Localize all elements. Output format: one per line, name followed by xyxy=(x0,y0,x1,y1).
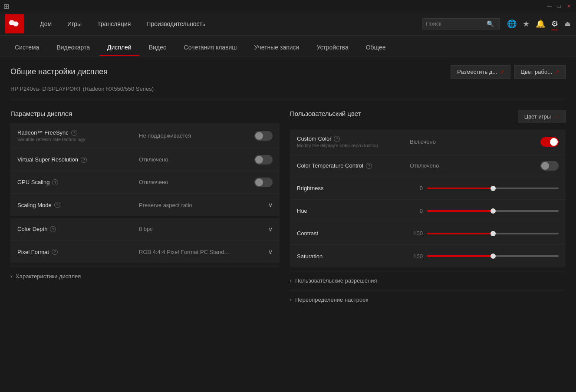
contrast-thumb[interactable] xyxy=(490,231,496,236)
scaling-mode-row: Scaling Mode ? Preserve aspect ratio ∨ xyxy=(10,194,280,216)
gpu-scaling-toggle[interactable] xyxy=(254,178,273,187)
color-temp-value: Отключено xyxy=(410,162,540,169)
exit-icon[interactable]: ⏏ xyxy=(564,20,571,28)
gpu-scaling-label: GPU Scaling xyxy=(17,179,49,185)
override-label: Переопределение настроек xyxy=(295,296,368,303)
freesync-value: Не поддерживается xyxy=(139,132,254,139)
nav-home[interactable]: Дом xyxy=(33,17,59,31)
globe-icon[interactable]: 🌐 xyxy=(507,19,517,29)
color-temp-help-icon[interactable]: ? xyxy=(366,163,372,169)
scaling-mode-label: Scaling Mode xyxy=(17,202,52,208)
game-color-button[interactable]: Цвет игры → xyxy=(518,110,566,123)
scaling-mode-dropdown[interactable]: ∨ xyxy=(268,201,273,208)
minimize-button[interactable]: — xyxy=(546,2,553,10)
saturation-slider[interactable] xyxy=(427,255,559,257)
gpu-scaling-row: GPU Scaling ? Отключено xyxy=(10,171,280,194)
contrast-slider[interactable] xyxy=(427,233,559,234)
tab-accounts[interactable]: Учетные записи xyxy=(247,40,307,56)
contrast-fill-right xyxy=(493,233,559,234)
custom-color-help-icon[interactable]: ? xyxy=(334,136,340,142)
hue-label: Hue xyxy=(297,208,307,214)
contrast-row: Contrast 100 xyxy=(290,222,566,245)
tab-system[interactable]: Система xyxy=(7,40,47,56)
main-content: Общие настройки дисплея Разместить д... … xyxy=(0,56,576,392)
arrange-label: Разместить д... xyxy=(457,69,497,75)
left-section-title: Параметры дисплея xyxy=(10,110,280,117)
tab-video[interactable]: Видео xyxy=(141,40,174,56)
maximize-button[interactable]: □ xyxy=(555,2,563,10)
freesync-help-icon[interactable]: ? xyxy=(71,130,77,136)
saturation-value: 100 xyxy=(410,253,423,260)
brightness-row: Brightness 0 xyxy=(290,177,566,200)
vsr-help-icon[interactable]: ? xyxy=(81,157,87,163)
tab-gpu[interactable]: Видеокарта xyxy=(49,40,98,56)
brightness-slider[interactable] xyxy=(427,188,559,189)
vsr-row: Virtual Super Resolution ? Отключено xyxy=(10,148,280,171)
header-buttons: Разместить д... ↗ Цвет рабо... ↗ xyxy=(451,65,566,79)
gpu-scaling-value: Отключено xyxy=(139,179,254,185)
right-section-title: Пользовательский цвет xyxy=(290,110,361,117)
freesync-toggle[interactable] xyxy=(254,131,273,141)
brightness-thumb[interactable] xyxy=(490,186,496,191)
amd-logo: AMD xyxy=(5,14,24,33)
svg-text:AMD: AMD xyxy=(9,22,18,26)
color-settings-card: Color Depth ? 8 bpc ∨ Pix xyxy=(10,218,280,263)
nav-games[interactable]: Игры xyxy=(60,17,89,31)
hue-row: Hue 0 xyxy=(290,200,566,222)
bell-icon[interactable]: 🔔 xyxy=(536,19,545,29)
brightness-fill-right xyxy=(493,188,559,189)
hue-thumb[interactable] xyxy=(490,208,496,214)
search-input[interactable] xyxy=(426,20,487,27)
override-settings-collapse[interactable]: › Переопределение настроек xyxy=(290,290,566,309)
nav-streaming[interactable]: Трансляция xyxy=(90,17,138,31)
vsr-toggle[interactable] xyxy=(254,155,273,165)
saturation-fill-right xyxy=(493,255,559,257)
override-arrow-icon: › xyxy=(290,297,292,303)
star-icon[interactable]: ★ xyxy=(523,19,530,29)
hue-slider[interactable] xyxy=(427,210,559,212)
top-nav: AMD Дом Игры Трансляция Производительнос… xyxy=(0,12,576,36)
scaling-mode-value: Preserve aspect ratio xyxy=(139,202,268,208)
saturation-fill-left xyxy=(427,255,493,257)
color-temp-label: Color Temperature Control xyxy=(297,162,363,169)
color-depth-dropdown[interactable]: ∨ xyxy=(268,226,273,233)
pixel-format-arrow: ∨ xyxy=(268,248,273,255)
nav-performance[interactable]: Производительность xyxy=(139,17,212,31)
scaling-mode-arrow: ∨ xyxy=(268,201,273,208)
hue-value: 0 xyxy=(410,208,423,214)
tab-general[interactable]: Общее xyxy=(358,40,394,56)
display-characteristics-collapse[interactable]: › Характеристики дисплея xyxy=(10,267,280,286)
arrange-displays-button[interactable]: Разместить д... ↗ xyxy=(451,65,510,79)
scaling-mode-help-icon[interactable]: ? xyxy=(54,202,60,208)
nav-items: Дом Игры Трансляция Производительность xyxy=(33,17,422,31)
pixel-format-dropdown[interactable]: ∨ xyxy=(268,248,273,255)
vsr-label: Virtual Super Resolution xyxy=(17,156,78,163)
custom-resolutions-collapse[interactable]: › Пользовательские разрешения xyxy=(290,271,566,290)
gpu-scaling-help-icon[interactable]: ? xyxy=(52,179,58,185)
gear-icon[interactable]: ⚙ xyxy=(551,19,558,29)
two-col-layout: Параметры дисплея Radeon™ FreeSync ? Var… xyxy=(10,110,566,309)
right-panel: Пользовательский цвет Цвет игры → Custom… xyxy=(290,110,566,309)
freesync-sub: Variable-refresh-rate technology xyxy=(17,137,139,142)
search-icon[interactable]: 🔍 xyxy=(487,20,494,27)
tab-display[interactable]: Дисплей xyxy=(99,40,139,56)
color-temp-row: Color Temperature Control ? Отключено xyxy=(290,155,566,177)
tab-devices[interactable]: Устройства xyxy=(309,40,356,56)
arrange-ext-icon: ↗ xyxy=(500,69,504,75)
color-workspace-button[interactable]: Цвет рабо... ↗ xyxy=(514,65,566,79)
color-temp-toggle[interactable] xyxy=(540,161,559,171)
close-button[interactable]: ✕ xyxy=(565,2,573,10)
left-panel: Параметры дисплея Radeon™ FreeSync ? Var… xyxy=(10,110,280,309)
tab-hotkeys[interactable]: Сочетания клавиш xyxy=(176,40,245,56)
pixel-format-help-icon[interactable]: ? xyxy=(52,249,58,255)
contrast-slider-container: 100 xyxy=(410,230,559,237)
color-depth-help-icon[interactable]: ? xyxy=(50,226,56,232)
custom-color-row: Custom Color ? Modify the display's colo… xyxy=(290,129,566,155)
monitor-info: HP P240va- DISPLAYPORT (Radeon RX550/550… xyxy=(10,86,566,99)
tab-bar: Система Видеокарта Дисплей Видео Сочетан… xyxy=(0,36,576,56)
brightness-label: Brightness xyxy=(297,185,323,191)
custom-color-toggle[interactable] xyxy=(540,137,559,147)
saturation-thumb[interactable] xyxy=(490,254,496,259)
display-settings-card: Radeon™ FreeSync ? Variable-refresh-rate… xyxy=(10,123,280,216)
top-icons: 🌐 ★ 🔔 ⚙ ⏏ xyxy=(507,19,571,29)
